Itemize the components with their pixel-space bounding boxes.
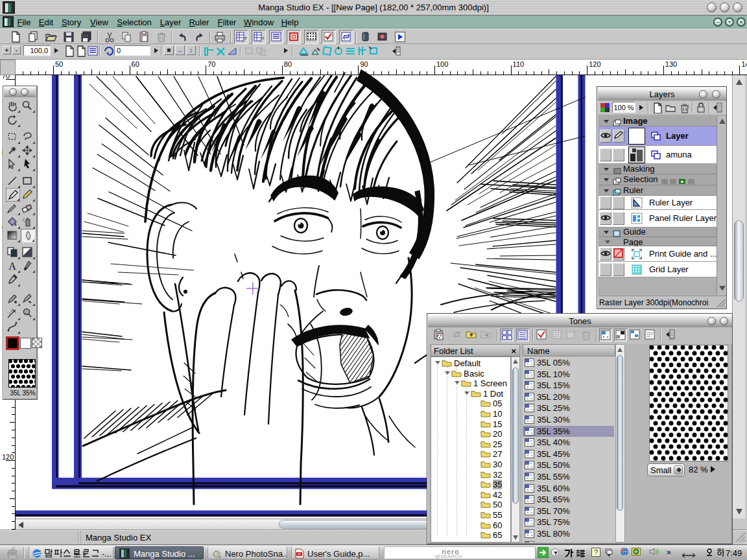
- svg-text:A: A: [8, 261, 16, 272]
- svg-text:?: ?: [594, 548, 598, 556]
- svg-text:A: A: [298, 552, 300, 556]
- svg-text:Q: Q: [25, 310, 29, 315]
